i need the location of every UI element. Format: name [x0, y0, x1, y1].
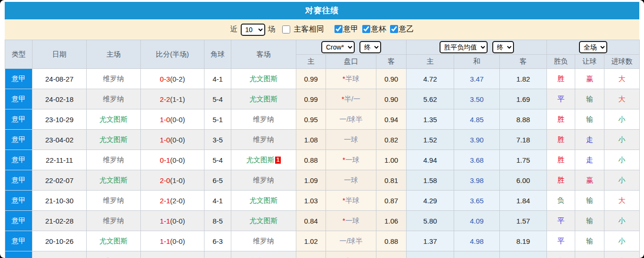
- away-team-cell: 尤文图斯: [231, 211, 296, 231]
- match-row: 意甲24-08-27维罗纳0-3(0-2)4-1尤文图斯0.99*半球0.904…: [5, 69, 640, 89]
- score-cell: 2-1(2-0): [141, 191, 204, 211]
- avg-home-cell: 4.29: [407, 191, 454, 211]
- match-row: 意甲20-10-26尤文图斯1-1(0-0)6-3维罗纳1.02一/球半0.88…: [5, 231, 640, 251]
- avg-draw-cell: 4.85: [454, 109, 500, 130]
- corner-cell: 5-4: [204, 150, 231, 170]
- handicap-cell: *半球: [326, 69, 376, 89]
- sub-header-odds-away: 客: [376, 55, 407, 69]
- handicap-result-cell: 赢: [575, 69, 604, 89]
- goals-cell: 大: [604, 191, 640, 211]
- home-team-cell: 维罗纳: [87, 69, 141, 89]
- sub-header-goals: 进球数: [604, 55, 640, 69]
- handicap-cell: *一球: [326, 150, 376, 170]
- avg-away-cell: 1.84: [500, 191, 547, 211]
- avg-draw-cell: 3.81: [454, 251, 500, 258]
- handicap-result-cell: 输: [575, 211, 604, 231]
- avg-type-select[interactable]: 胜平负均值: [440, 41, 488, 53]
- date-cell: 22-11-11: [33, 150, 87, 170]
- league-label-1: 意杯: [371, 25, 386, 33]
- col-header-type: 类型: [5, 40, 33, 69]
- result-cell: 平: [547, 89, 575, 109]
- avg-home-cell: 1.37: [407, 231, 454, 251]
- odds-home-cell: 0.95: [296, 109, 326, 130]
- handicap-result-cell: 输: [575, 231, 604, 251]
- home-team-cell: 尤文图斯: [87, 109, 141, 130]
- avg-draw-cell: 4.98: [454, 231, 500, 251]
- page-title: 对赛往绩: [305, 5, 339, 16]
- unit-label: 场: [268, 25, 276, 34]
- match-row: 意甲23-04-02尤文图斯1-0(0-0)3-5维罗纳1.08一球0.821.…: [5, 130, 640, 150]
- score-cell: 0-1(0-0): [141, 150, 204, 170]
- odds-home-cell: 0.88: [296, 150, 326, 170]
- league-cell: 意甲: [5, 89, 33, 109]
- corner-cell: 3-5: [204, 130, 231, 150]
- handicap-cell: *半/一: [326, 251, 376, 258]
- away-team-cell: 尤文图斯1: [231, 150, 296, 170]
- col-header-away: 客场: [231, 40, 296, 69]
- same-side-checkbox[interactable]: [282, 25, 290, 33]
- recent-count-select[interactable]: 10: [241, 24, 265, 36]
- sub-header-avg-home: 主: [407, 55, 454, 69]
- league-checkbox-2[interactable]: [390, 25, 398, 33]
- result-cell: 胜: [547, 69, 575, 89]
- odds-away-cell: 0.88: [376, 231, 407, 251]
- odds-away-cell: 0.81: [376, 170, 407, 191]
- bookmaker-select[interactable]: Crow*: [321, 41, 355, 53]
- league-checkbox-0[interactable]: [334, 25, 342, 33]
- league-checkbox-1[interactable]: [362, 25, 370, 33]
- odds-home-cell: 1.04: [296, 251, 326, 258]
- avg-draw-cell: 3.47: [454, 69, 500, 89]
- h2h-table: 类型 日期 主场 比分(半场) 角球 客场 Crow* 终 胜平负均值: [5, 40, 640, 258]
- home-team-cell: 尤文图斯: [87, 170, 141, 191]
- sub-header-handicap-result: 让球: [575, 55, 604, 69]
- avg-draw-cell: 3.98: [454, 170, 500, 191]
- goals-cell: 小: [604, 231, 640, 251]
- goals-cell: 小: [604, 170, 640, 191]
- avg-home-cell: 1.58: [407, 170, 454, 191]
- date-cell: 21-02-28: [33, 211, 87, 231]
- filter-bar: 近 10 场 主客相同 意甲意杯意乙: [5, 19, 639, 40]
- home-team-cell: 维罗纳: [87, 251, 141, 258]
- league-filter-group: 意甲意杯意乙: [331, 25, 414, 34]
- goals-cell: 大: [604, 89, 640, 109]
- home-team-cell: 维罗纳: [87, 89, 141, 109]
- col-header-date: 日期: [33, 40, 87, 69]
- goals-cell: 大: [604, 251, 640, 258]
- league-cell: 意甲: [5, 130, 33, 150]
- odds-away-cell: 1.00: [376, 150, 407, 170]
- league-cell: 意甲: [5, 109, 33, 130]
- handicap-cell: 一球: [326, 130, 376, 150]
- score-cell: 1-1(0-0): [141, 231, 204, 251]
- away-team-cell: 尤文图斯: [231, 89, 296, 109]
- handicap-cell: 一/球半: [326, 109, 376, 130]
- avg-home-cell: 5.80: [407, 211, 454, 231]
- odds-away-cell: 0.90: [376, 69, 407, 89]
- away-team-cell: 尤文图斯: [231, 191, 296, 211]
- avg-stage-select[interactable]: 终: [492, 41, 514, 53]
- avg-draw-cell: 3.68: [454, 150, 500, 170]
- avg-away-cell: 8.88: [500, 109, 547, 130]
- result-cell: 平: [547, 231, 575, 251]
- corner-cell: 6-5: [204, 170, 231, 191]
- handicap-cell: *半球: [326, 191, 376, 211]
- red-card-badge: 1: [275, 157, 281, 164]
- score-cell: 2-0(1-0): [141, 170, 204, 191]
- home-team-cell: 维罗纳: [87, 211, 141, 231]
- league-cell: 意甲: [5, 150, 33, 170]
- odds-stage-select[interactable]: 终: [359, 41, 381, 53]
- odds-group-header: Crow* 终: [296, 40, 407, 55]
- handicap-cell: *半/一: [326, 89, 376, 109]
- away-team-cell: 维罗纳: [231, 231, 296, 251]
- odds-home-cell: 0.99: [296, 69, 326, 89]
- avg-away-cell: 1.82: [500, 69, 547, 89]
- period-select[interactable]: 全场: [579, 41, 607, 53]
- avg-home-cell: 1.35: [407, 109, 454, 130]
- avg-home-cell: 6.06: [407, 251, 454, 258]
- away-team-cell: 维罗纳: [231, 109, 296, 130]
- same-side-label: 主客相同: [294, 25, 324, 34]
- away-team-cell: 维罗纳: [231, 130, 296, 150]
- corner-cell: 3-4: [204, 251, 231, 258]
- recent-label: 近: [230, 25, 238, 34]
- match-row: 意甲23-10-29尤文图斯1-0(0-0)5-1维罗纳0.95一/球半0.94…: [5, 109, 640, 130]
- date-cell: 22-02-07: [33, 170, 87, 191]
